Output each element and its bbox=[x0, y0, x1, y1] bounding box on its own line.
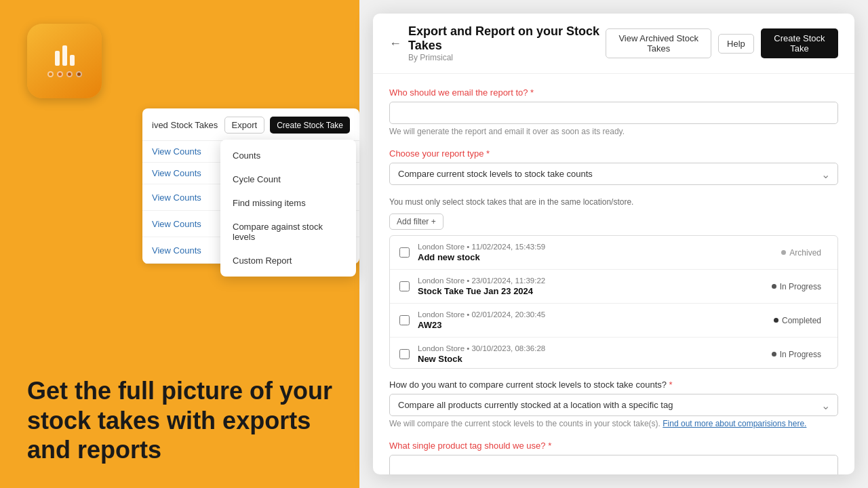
app-list-title: ived Stock Takes bbox=[152, 120, 218, 130]
stock-info-2: London Store • 23/01/2024, 11:39:22 Stoc… bbox=[418, 277, 757, 296]
stock-list-scroll[interactable]: London Store • 11/02/2024, 15:43:59 Add … bbox=[390, 236, 837, 368]
logo-bar-1 bbox=[55, 51, 60, 66]
logo-inner bbox=[47, 45, 82, 77]
app-list-header: ived Stock Takes Export Create Stock Tak… bbox=[142, 108, 359, 141]
logo-bars bbox=[55, 45, 75, 66]
logo-container bbox=[27, 24, 102, 98]
stock-store-2: London Store • 23/01/2024, 11:39:22 bbox=[418, 277, 757, 285]
filter-bar: Add filter + bbox=[389, 214, 838, 230]
logo-dot-2 bbox=[57, 71, 63, 77]
view-archived-button[interactable]: View Archived Stock Takes bbox=[606, 28, 711, 58]
stock-checkbox-3[interactable] bbox=[399, 315, 410, 325]
tag-input[interactable] bbox=[389, 455, 838, 474]
stock-info-1: London Store • 11/02/2024, 15:43:59 Add … bbox=[418, 243, 766, 262]
view-counts-link-1[interactable]: View Counts bbox=[152, 146, 201, 157]
stock-store-1: London Store • 11/02/2024, 15:43:59 bbox=[418, 243, 766, 251]
compare-label: How do you want to compare current stock… bbox=[389, 380, 838, 390]
view-counts-link-5[interactable]: View Counts bbox=[152, 245, 201, 256]
stock-item-4: London Store • 30/10/2023, 08:36:28 New … bbox=[390, 338, 837, 368]
back-arrow-icon[interactable]: ← bbox=[389, 37, 401, 51]
modal-header-right: View Archived Stock Takes Help Create St… bbox=[606, 28, 838, 58]
stock-name-3: AW23 bbox=[418, 320, 759, 330]
modal-container: ← Export and Report on your Stock Takes … bbox=[373, 14, 854, 474]
badge-dot-2 bbox=[772, 284, 776, 289]
logo-bar-3 bbox=[70, 55, 75, 66]
compare-select[interactable]: Compare all products currently stocked a… bbox=[389, 394, 838, 416]
badge-label-1: Archived bbox=[789, 248, 821, 258]
stock-checkbox-2[interactable] bbox=[399, 281, 410, 291]
create-stock-take-header-button[interactable]: Create Stock Take bbox=[761, 28, 838, 58]
modal-body: Who should we email the report to? * We … bbox=[373, 74, 854, 474]
logo-box bbox=[27, 24, 102, 98]
dropdown-item-custom-report[interactable]: Custom Report bbox=[220, 249, 356, 272]
logo-dot-4 bbox=[76, 71, 82, 77]
export-button[interactable]: Export bbox=[224, 117, 265, 134]
dropdown-item-find-missing[interactable]: Find missing items bbox=[220, 191, 356, 215]
stock-checkbox-1[interactable] bbox=[399, 247, 410, 258]
stock-item-3: London Store • 02/01/2024, 20:30:45 AW23… bbox=[390, 304, 837, 338]
logo-bar-2 bbox=[62, 45, 67, 66]
same-location-note: You must only select stock takes that ar… bbox=[389, 197, 838, 207]
find-out-link[interactable]: Find out more about comparisions here. bbox=[663, 419, 806, 428]
add-filter-button[interactable]: Add filter + bbox=[389, 214, 443, 230]
tag-label: What single product tag should we use? * bbox=[389, 441, 838, 451]
stock-item-2: London Store • 23/01/2024, 11:39:22 Stoc… bbox=[390, 270, 837, 304]
compare-select-wrapper: Compare all products currently stocked a… bbox=[389, 394, 838, 416]
modal-header: ← Export and Report on your Stock Takes … bbox=[373, 14, 854, 74]
report-type-label: Choose your report type * bbox=[389, 148, 838, 159]
stock-store-3: London Store • 02/01/2024, 20:30:45 bbox=[418, 310, 759, 319]
compare-section: How do you want to compare current stock… bbox=[389, 380, 838, 428]
tagline: Get the full picture of your stock takes… bbox=[27, 376, 339, 464]
report-type-select[interactable]: Compare current stock levels to stock ta… bbox=[389, 163, 838, 185]
dropdown-item-counts[interactable]: Counts bbox=[220, 144, 356, 167]
status-badge-2: In Progress bbox=[765, 280, 828, 293]
tag-section: What single product tag should we use? * bbox=[389, 441, 838, 474]
badge-label-2: In Progress bbox=[780, 282, 821, 291]
compare-hint: We will compare the current stock levels… bbox=[389, 419, 838, 428]
stock-checkbox-4[interactable] bbox=[399, 349, 410, 359]
left-panel: ived Stock Takes Export Create Stock Tak… bbox=[0, 0, 359, 488]
badge-label-3: Completed bbox=[782, 316, 821, 325]
status-badge-3: Completed bbox=[767, 314, 828, 327]
modal-title: Export and Report on your Stock Takes bbox=[408, 24, 606, 53]
dropdown-item-compare[interactable]: Compare against stock levels bbox=[220, 215, 356, 249]
report-type-section: Choose your report type * Compare curren… bbox=[389, 148, 838, 185]
stock-info-3: London Store • 02/01/2024, 20:30:45 AW23 bbox=[418, 310, 759, 330]
email-input[interactable] bbox=[389, 102, 838, 124]
dropdown-item-cycle-count[interactable]: Cycle Count bbox=[220, 167, 356, 191]
stock-name-1: Add new stock bbox=[418, 252, 766, 262]
view-counts-link-2[interactable]: View Counts bbox=[152, 168, 201, 178]
status-badge-4: In Progress bbox=[765, 348, 828, 361]
right-panel: ← Export and Report on your Stock Takes … bbox=[359, 0, 868, 488]
view-counts-link-3[interactable]: View Counts bbox=[152, 192, 201, 203]
stock-name-2: Stock Take Tue Jan 23 2024 bbox=[418, 286, 757, 296]
stock-list-container: London Store • 11/02/2024, 15:43:59 Add … bbox=[389, 235, 838, 369]
help-button[interactable]: Help bbox=[718, 34, 754, 54]
logo-dot-1 bbox=[47, 71, 54, 77]
stock-item-1: London Store • 11/02/2024, 15:43:59 Add … bbox=[390, 236, 837, 270]
email-section: Who should we email the report to? * We … bbox=[389, 87, 838, 136]
logo-dot-3 bbox=[66, 71, 73, 77]
email-label: Who should we email the report to? * bbox=[389, 87, 838, 98]
stock-store-4: London Store • 30/10/2023, 08:36:28 bbox=[418, 344, 757, 352]
modal-header-left: ← Export and Report on your Stock Takes … bbox=[389, 24, 606, 62]
report-type-select-wrapper: Compare current stock levels to stock ta… bbox=[389, 163, 838, 185]
badge-dot-3 bbox=[774, 318, 778, 323]
badge-dot-4 bbox=[772, 352, 776, 357]
email-hint: We will generate the report and email it… bbox=[389, 127, 838, 136]
header-buttons: Export Create Stock Take bbox=[224, 117, 350, 134]
stock-info-4: London Store • 30/10/2023, 08:36:28 New … bbox=[418, 344, 757, 364]
badge-dot-1 bbox=[781, 250, 786, 255]
modal-subtitle: By Primsical bbox=[408, 53, 606, 62]
stock-name-4: New Stock bbox=[418, 354, 757, 364]
modal-title-block: Export and Report on your Stock Takes By… bbox=[408, 24, 606, 62]
logo-dots bbox=[47, 71, 82, 77]
view-counts-link-4[interactable]: View Counts bbox=[152, 219, 201, 229]
create-stock-button[interactable]: Create Stock Take bbox=[270, 117, 350, 134]
badge-label-4: In Progress bbox=[780, 350, 821, 359]
status-badge-1: Archived bbox=[774, 246, 828, 260]
dropdown-menu: Counts Cycle Count Find missing items Co… bbox=[220, 140, 356, 277]
